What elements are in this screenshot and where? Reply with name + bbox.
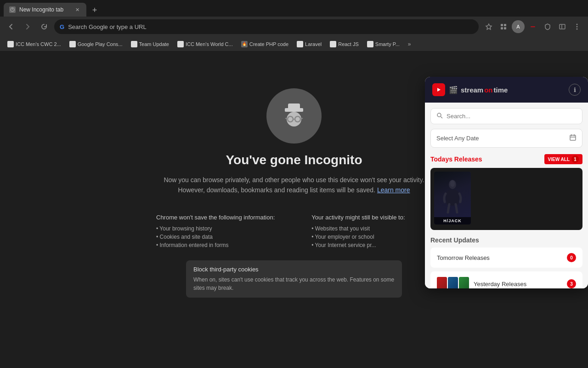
yesterday-releases-item[interactable]: Yesterday Releases 3: [430, 271, 582, 288]
new-tab-button[interactable]: +: [88, 4, 101, 17]
streamontime-popup: 🎬 streamontime ℹ Select Any Date: [425, 77, 588, 288]
list-item: • Your employer or school: [311, 233, 405, 241]
bookmark-label: Google Play Cons...: [78, 41, 123, 47]
list-item: • Your Internet service pr...: [311, 241, 405, 249]
incognito-title: You've gone Incognito: [226, 153, 362, 167]
bookmark-label: Create PHP code: [249, 41, 288, 47]
bookmark-favicon: [69, 41, 76, 47]
bookmark-label: ICC Men's CWC 2...: [16, 41, 61, 47]
date-selector[interactable]: Select Any Date: [430, 129, 582, 148]
yesterday-left: Yesterday Releases: [437, 277, 526, 288]
shield-icon[interactable]: [541, 20, 554, 33]
bookmark-favicon: [177, 41, 184, 47]
tab-title: New Incognito tab: [19, 6, 70, 13]
tab-favicon: [9, 6, 16, 13]
bookmark-laravel[interactable]: Laravel: [293, 39, 325, 49]
bookmark-label: Team Update: [139, 41, 169, 47]
forward-button[interactable]: [21, 20, 34, 33]
svg-rect-5: [501, 27, 503, 29]
tomorrow-releases-item[interactable]: Tomorrow Releases 0: [430, 247, 582, 268]
list-item: • Your browsing history: [156, 224, 275, 233]
svg-marker-21: [437, 88, 441, 92]
sidebar-button[interactable]: [556, 20, 569, 33]
movie-grid: H/JACK: [430, 168, 582, 230]
bookmark-label: React JS: [338, 41, 359, 47]
tab-close-button[interactable]: ✕: [74, 6, 81, 13]
bookmark-google-play[interactable]: Google Play Cons...: [66, 39, 126, 49]
svg-point-12: [577, 29, 578, 30]
extensions-button[interactable]: [497, 20, 510, 33]
svg-rect-6: [504, 27, 506, 29]
bookmark-star-button[interactable]: [482, 20, 495, 33]
yesterday-releases-label: Yesterday Releases: [474, 281, 526, 288]
popup-header: 🎬 streamontime ℹ: [425, 77, 588, 103]
search-input[interactable]: [447, 113, 577, 120]
thumb-mini: [448, 277, 458, 288]
tab-bar: New Incognito tab ✕ +: [0, 0, 588, 17]
nav-actions: A: [482, 20, 583, 33]
view-all-button[interactable]: VIEW ALL 1: [544, 154, 582, 164]
incognito-avatar: [266, 88, 322, 144]
learn-more-link[interactable]: Learn more: [377, 186, 410, 194]
cookie-notice: Block third-party cookies When on, sites…: [186, 260, 402, 298]
thumb-mini: [437, 277, 447, 288]
cookie-title: Block third-party cookies: [193, 266, 395, 273]
bookmark-favicon: [367, 41, 373, 47]
info-button[interactable]: ℹ: [569, 84, 581, 96]
bookmark-label: »: [408, 41, 411, 47]
active-tab[interactable]: New Incognito tab ✕: [4, 3, 86, 17]
todays-releases-header: Todays Releases VIEW ALL 1: [430, 154, 582, 164]
svg-point-11: [577, 26, 578, 28]
bookmark-team-update[interactable]: Team Update: [127, 39, 173, 49]
bookmark-favicon: [330, 41, 336, 47]
svg-rect-14: [288, 104, 300, 110]
back-button[interactable]: [5, 20, 17, 33]
view-all-label: VIEW ALL: [548, 157, 570, 162]
bookmark-favicon: [131, 41, 137, 47]
svg-point-29: [450, 180, 455, 187]
bookmark-more[interactable]: »: [404, 39, 415, 49]
minimize-button[interactable]: [526, 20, 539, 33]
search-icon: [436, 112, 443, 120]
bookmark-icc-cwc[interactable]: ICC Men's CWC 2...: [4, 39, 65, 49]
svg-rect-24: [570, 135, 576, 140]
todays-releases-title: Todays Releases: [430, 155, 482, 163]
bookmark-smarty[interactable]: Smarty P...: [363, 39, 403, 49]
recent-updates-title: Recent Updates: [430, 236, 582, 244]
tomorrow-releases-label: Tomorrow Releases: [437, 254, 490, 261]
bookmark-icc-world[interactable]: ICC Men's World C...: [174, 39, 237, 49]
bookmark-favicon: [297, 41, 303, 47]
list-item: • Websites that you visit: [311, 224, 405, 233]
list-item: • Information entered in forms: [156, 241, 275, 249]
date-label: Select Any Date: [436, 135, 479, 142]
address-text: Search Google or type a URL: [68, 23, 473, 30]
svg-rect-7: [531, 27, 535, 28]
nav-bar: G Search Google or type a URL A: [0, 17, 588, 37]
yesterday-thumbs: [437, 277, 469, 288]
bookmark-label: ICC Men's World C...: [186, 41, 233, 47]
popup-logo: 🎬 streamontime: [449, 86, 508, 94]
menu-button[interactable]: [571, 20, 583, 33]
view-all-count: 1: [571, 155, 579, 163]
search-box[interactable]: [430, 108, 582, 124]
address-bar[interactable]: G Search Google or type a URL: [54, 19, 479, 34]
incognito-description: Now you can browse privately, and other …: [156, 175, 432, 196]
bookmark-favicon: [7, 41, 14, 47]
list-item: • Cookies and site data: [156, 233, 275, 241]
bookmark-reactjs[interactable]: React JS: [326, 39, 362, 49]
play-icon: [432, 83, 445, 96]
svg-point-22: [437, 113, 441, 117]
reload-button[interactable]: [38, 20, 51, 33]
google-icon: G: [60, 23, 64, 30]
svg-marker-2: [486, 24, 492, 29]
profile-button[interactable]: A: [512, 20, 525, 33]
movie-card-hijack[interactable]: H/JACK: [434, 172, 471, 224]
svg-line-23: [441, 117, 443, 119]
wont-save-label: Chrome won't save the following informat…: [156, 214, 275, 221]
page-content: You've gone Incognito Now you can browse…: [0, 52, 588, 368]
popup-body: Select Any Date Todays Releases VIEW ALL…: [425, 103, 588, 288]
cookie-desc: When on, sites can't use cookies that tr…: [193, 276, 395, 292]
bookmark-php[interactable]: 🔥 Create PHP code: [237, 39, 292, 49]
bookmark-favicon: 🔥: [241, 41, 248, 47]
svg-point-10: [577, 24, 578, 25]
